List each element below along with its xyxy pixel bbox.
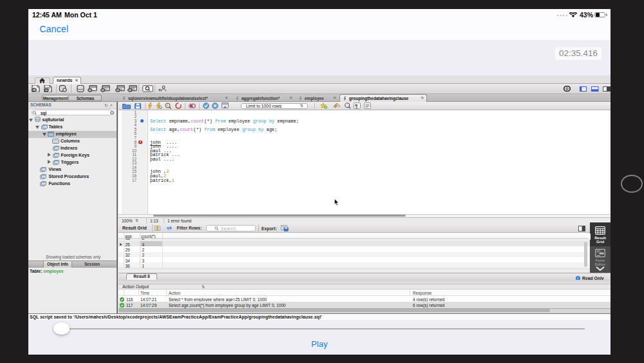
svg-text:¶: ¶ <box>355 103 357 109</box>
